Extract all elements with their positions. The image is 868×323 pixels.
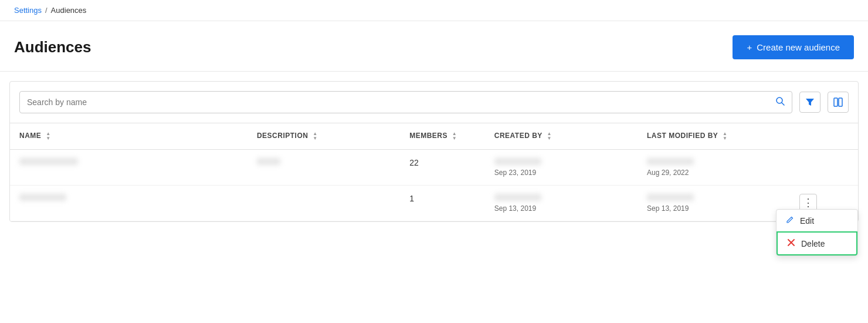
- filter-button[interactable]: [799, 92, 820, 113]
- cell-modified-by-2: Sep 13, 2019: [638, 186, 790, 221]
- edit-icon: [786, 216, 794, 226]
- audiences-table: NAME ▲▼ DESCRIPTION ▲▼ MEMBERS ▲▼ CREATE…: [10, 123, 858, 221]
- cell-actions-1: [790, 150, 858, 186]
- col-header-members: MEMBERS ▲▼: [400, 123, 485, 150]
- cell-modified-by-1: Aug 29, 2022: [638, 150, 790, 186]
- sort-arrows-name: ▲▼: [46, 132, 50, 141]
- search-input-wrapper: [19, 91, 792, 113]
- search-icon: [775, 96, 785, 108]
- breadcrumb: Settings / Audiences: [0, 0, 868, 21]
- table-header-row: NAME ▲▼ DESCRIPTION ▲▼ MEMBERS ▲▼ CREATE…: [10, 123, 858, 150]
- edit-menu-item[interactable]: Edit: [777, 210, 857, 231]
- cell-members-2: 1: [400, 186, 485, 221]
- cell-created-by-2: Sep 13, 2019: [485, 186, 638, 221]
- svg-marker-2: [806, 99, 814, 106]
- create-new-audience-button[interactable]: + Create new audience: [733, 35, 854, 59]
- modified-by-blurred-2: [647, 194, 694, 201]
- breadcrumb-current: Audiences: [51, 6, 87, 15]
- page-title: Audiences: [14, 38, 91, 56]
- delete-menu-item[interactable]: Delete: [777, 231, 857, 255]
- cell-actions-2: ⋮ Edit: [790, 186, 858, 221]
- create-button-label: Create new audience: [757, 42, 840, 52]
- sort-arrows-created: ▲▼: [547, 132, 552, 141]
- content-area: NAME ▲▼ DESCRIPTION ▲▼ MEMBERS ▲▼ CREATE…: [9, 81, 859, 222]
- edit-label: Edit: [800, 216, 814, 226]
- table-row: 1 Sep 13, 2019 Sep 13, 2019 ⋮: [10, 186, 858, 221]
- plus-icon: +: [747, 42, 752, 52]
- sort-arrows-modified: ▲▼: [723, 132, 727, 141]
- sort-arrows-members: ▲▼: [452, 132, 457, 141]
- cell-members-1: 22: [400, 150, 485, 186]
- desc-blurred-1: [257, 158, 280, 165]
- columns-button[interactable]: [828, 92, 849, 113]
- svg-rect-3: [834, 98, 838, 106]
- breadcrumb-settings-link[interactable]: Settings: [14, 6, 42, 15]
- cell-description-2: [247, 186, 400, 221]
- search-input[interactable]: [27, 97, 771, 107]
- cell-name-2: [10, 186, 247, 221]
- col-header-name: NAME ▲▼: [10, 123, 247, 150]
- delete-icon: [787, 238, 795, 248]
- modified-by-blurred-1: [647, 158, 694, 165]
- created-by-blurred-1: [494, 158, 541, 165]
- breadcrumb-separator: /: [45, 6, 48, 15]
- created-by-blurred-2: [494, 194, 541, 201]
- cell-description-1: [247, 150, 400, 186]
- svg-rect-4: [839, 98, 842, 106]
- svg-line-1: [782, 103, 784, 105]
- sort-arrows-desc: ▲▼: [313, 132, 317, 141]
- page-wrapper: Settings / Audiences Audiences + Create …: [0, 0, 868, 323]
- col-header-description: DESCRIPTION ▲▼: [247, 123, 400, 150]
- search-toolbar: [10, 82, 858, 123]
- name-blurred-2: [19, 194, 66, 201]
- page-header: Audiences + Create new audience: [0, 21, 868, 72]
- name-blurred-1: [19, 158, 78, 165]
- table-row: 22 Sep 23, 2019 Aug 29, 2022: [10, 150, 858, 186]
- delete-label: Delete: [801, 239, 825, 248]
- col-header-actions: [790, 123, 858, 150]
- cell-created-by-1: Sep 23, 2019: [485, 150, 638, 186]
- cell-name-1: [10, 150, 247, 186]
- row-actions-dropdown: Edit Delete: [776, 209, 858, 256]
- col-header-created-by: CREATED BY ▲▼: [485, 123, 638, 150]
- col-header-last-modified: LAST MODIFIED BY ▲▼: [638, 123, 790, 150]
